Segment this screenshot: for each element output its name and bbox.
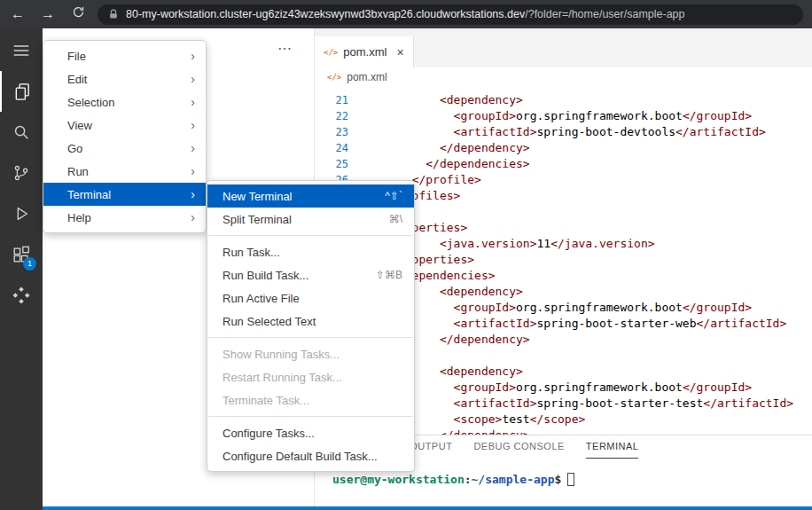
submenu-item-label: Run Active File: [223, 292, 300, 305]
code-text: <groupId>org.springframework.boot</group…: [348, 108, 752, 124]
chevron-right-icon: ›: [191, 164, 195, 178]
menu-item-label: Go: [67, 142, 82, 155]
terminal-user-host: user@my-workstation: [332, 473, 465, 486]
menu-item-selection[interactable]: Selection›: [43, 90, 206, 114]
menu-item-run[interactable]: Run›: [43, 160, 206, 183]
submenu-item-terminate-task: Terminate Task...: [207, 388, 414, 412]
menu-icon[interactable]: [0, 30, 43, 71]
code-line[interactable]: 22 <groupId>org.springframework.boot</gr…: [315, 108, 812, 124]
line-number: 25: [315, 156, 348, 172]
chevron-right-icon: ›: [191, 49, 195, 63]
code-text: </dependencies>: [348, 156, 530, 172]
line-number: 23: [315, 124, 348, 140]
menu-item-label: Selection: [67, 96, 114, 109]
terminal-cursor: [567, 473, 574, 486]
url-domain: 80-my-workstation.cluster-ug6ziz43wzeksw…: [126, 8, 525, 20]
screen: ← → 80-my-workstation.cluster-ug6ziz43wz…: [0, 0, 812, 510]
tab-pom-xml[interactable]: </> pom.xml ×: [315, 36, 414, 67]
code-line[interactable]: 23 <artifactId>spring-boot-devtools</art…: [315, 124, 812, 140]
url-query: /?folder=/home/user/sample-app: [525, 8, 684, 20]
keyboard-shortcut: ⌘\: [389, 213, 402, 225]
chevron-right-icon: ›: [191, 187, 195, 201]
chevron-right-icon: ›: [191, 95, 195, 109]
code-text: <dependency>: [348, 92, 523, 108]
application-menu: File›Edit›Selection›View›Go›Run›Terminal…: [43, 40, 207, 233]
submenu-item-run-selected-text[interactable]: Run Selected Text: [207, 310, 414, 333]
code-line[interactable]: 25 </dependencies>: [315, 156, 812, 172]
browser-back-button[interactable]: ←: [7, 4, 28, 25]
code-text: <artifactId>spring-boot-starter-test</ar…: [348, 396, 793, 412]
line-number: 21: [315, 92, 348, 108]
submenu-item-show-running-tasks: Show Running Tasks...: [207, 342, 414, 365]
status-bar: [43, 506, 812, 510]
keyboard-shortcut: ^⇧`: [385, 190, 402, 202]
url-text: 80-my-workstation.cluster-ug6ziz43wzeksw…: [126, 8, 685, 20]
code-line[interactable]: 21 <dependency>: [315, 92, 812, 108]
submenu-item-label: Run Build Task...: [223, 269, 308, 282]
code-text: <artifactId>spring-boot-devtools</artifa…: [348, 124, 766, 140]
sidebar-more-actions-button[interactable]: ⋯: [277, 40, 293, 57]
submenu-item-configure-default-build-task[interactable]: Configure Default Build Task...: [207, 444, 414, 467]
menu-item-label: Terminal: [67, 188, 111, 201]
tab-bar: </> pom.xml ×: [315, 28, 812, 67]
panel-tab-terminal[interactable]: TERMINAL: [586, 435, 639, 459]
extensions-icon[interactable]: 1: [0, 234, 43, 275]
menu-item-label: Run: [67, 165, 89, 178]
keyboard-shortcut: ⇧⌘B: [376, 269, 402, 281]
submenu-item-run-active-file[interactable]: Run Active File: [207, 286, 414, 310]
code-line[interactable]: 24 </dependency>: [315, 140, 812, 156]
search-icon[interactable]: [0, 112, 43, 153]
submenu-item-restart-running-task: Restart Running Task...: [207, 365, 414, 388]
run-debug-icon[interactable]: [0, 193, 43, 234]
breadcrumb-item: pom.xml: [347, 71, 386, 83]
extensions-badge: 1: [23, 257, 36, 271]
menu-item-go[interactable]: Go›: [43, 137, 206, 160]
terminal-submenu: New Terminal^⇧`Split Terminal⌘\Run Task.…: [207, 180, 415, 472]
browser-url-bar[interactable]: 80-my-workstation.cluster-ug6ziz43wzeksw…: [98, 4, 803, 25]
submenu-item-label: Show Running Tasks...: [223, 348, 340, 361]
submenu-item-label: Restart Running Task...: [223, 371, 342, 384]
terminal-colon: :: [465, 473, 472, 486]
breadcrumb[interactable]: </> pom.xml: [315, 67, 812, 87]
menu-separator: [208, 337, 413, 338]
browser-toolbar: ← → 80-my-workstation.cluster-ug6ziz43wz…: [0, 0, 812, 28]
line-number: 22: [315, 108, 348, 124]
cloud-code-icon[interactable]: [0, 275, 43, 316]
lock-icon: [108, 8, 119, 20]
browser-reload-button[interactable]: [67, 4, 89, 25]
submenu-item-run-build-task[interactable]: Run Build Task...⇧⌘B: [207, 263, 414, 286]
close-tab-icon[interactable]: ×: [396, 45, 403, 59]
menu-item-view[interactable]: View›: [43, 114, 206, 137]
submenu-item-new-terminal[interactable]: New Terminal^⇧`: [207, 184, 414, 208]
submenu-item-split-terminal[interactable]: Split Terminal⌘\: [207, 208, 414, 231]
panel-tab-output[interactable]: OUTPUT: [410, 435, 452, 459]
chevron-right-icon: ›: [191, 141, 195, 155]
menu-item-help[interactable]: Help›: [43, 206, 206, 229]
menu-item-label: View: [67, 119, 92, 132]
line-number: 24: [315, 140, 348, 156]
tab-label: pom.xml: [343, 45, 386, 59]
menu-separator: [208, 416, 413, 417]
submenu-item-label: New Terminal: [223, 190, 293, 203]
submenu-item-label: Run Selected Text: [223, 315, 316, 328]
chevron-right-icon: ›: [191, 72, 195, 86]
submenu-item-label: Terminate Task...: [223, 394, 309, 407]
explorer-icon[interactable]: [0, 71, 43, 112]
submenu-item-label: Run Task...: [223, 246, 280, 259]
xml-file-icon: </>: [327, 73, 341, 82]
terminal-path: ~/sample-app: [472, 473, 555, 486]
panel-tab-debug-console[interactable]: DEBUG CONSOLE: [473, 435, 564, 459]
chevron-right-icon: ›: [191, 118, 195, 132]
submenu-item-run-task[interactable]: Run Task...: [207, 240, 414, 263]
menu-item-label: Edit: [67, 73, 87, 86]
menu-item-terminal[interactable]: Terminal›: [43, 183, 206, 206]
menu-item-edit[interactable]: Edit›: [43, 67, 206, 90]
menu-item-file[interactable]: File›: [43, 44, 206, 67]
menu-item-label: File: [67, 50, 86, 63]
source-control-icon[interactable]: [0, 153, 43, 193]
submenu-item-label: Configure Tasks...: [223, 427, 315, 440]
chevron-right-icon: ›: [191, 210, 195, 224]
submenu-item-configure-tasks[interactable]: Configure Tasks...: [207, 421, 414, 444]
reload-icon: [72, 5, 85, 19]
browser-forward-button[interactable]: →: [37, 4, 59, 25]
